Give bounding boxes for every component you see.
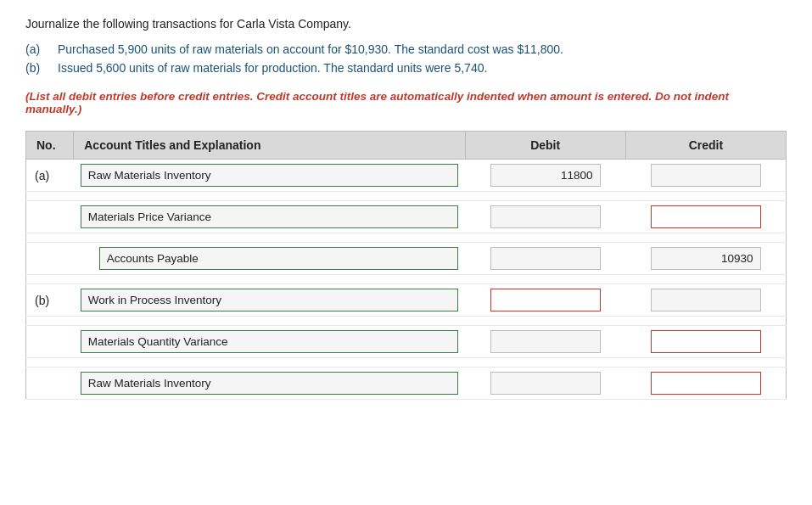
- table-row: [26, 326, 787, 358]
- account-title-input[interactable]: [81, 205, 458, 228]
- account-cell[interactable]: [74, 201, 465, 233]
- account-cell[interactable]: [74, 284, 465, 317]
- debit-input[interactable]: [490, 289, 601, 311]
- table-row: [26, 201, 787, 233]
- transaction-b-label: (b): [25, 61, 49, 75]
- account-cell[interactable]: [74, 368, 465, 400]
- account-cell[interactable]: [74, 160, 465, 192]
- credit-cell[interactable]: [625, 284, 786, 317]
- account-title-input[interactable]: [81, 330, 458, 353]
- row-number: [26, 368, 74, 400]
- row-number: [26, 326, 74, 358]
- debit-cell[interactable]: [465, 160, 625, 192]
- credit-cell[interactable]: [625, 368, 786, 400]
- transaction-a-text: Purchased 5,900 units of raw materials o…: [58, 42, 563, 56]
- debit-cell[interactable]: [465, 284, 625, 317]
- account-title-input[interactable]: [81, 164, 458, 187]
- account-title-input[interactable]: [81, 289, 458, 311]
- header-account: Account Titles and Explanation: [74, 132, 465, 160]
- table-row: (a): [26, 160, 787, 192]
- intro-title: Journalize the following transactions fo…: [25, 17, 787, 31]
- credit-input[interactable]: [651, 247, 761, 270]
- debit-input[interactable]: [490, 330, 601, 353]
- debit-cell[interactable]: [465, 326, 625, 358]
- account-title-input[interactable]: [81, 372, 458, 395]
- header-debit: Debit: [465, 132, 625, 160]
- table-header-row: No. Account Titles and Explanation Debit…: [26, 132, 787, 160]
- credit-input[interactable]: [651, 330, 761, 353]
- account-title-input[interactable]: [99, 247, 458, 270]
- debit-input[interactable]: [490, 164, 601, 187]
- instruction-text: (List all debit entries before credit en…: [25, 90, 787, 115]
- credit-cell[interactable]: [625, 326, 786, 358]
- transaction-b: (b) Issued 5,600 units of raw materials …: [25, 61, 787, 75]
- table-row: [26, 368, 787, 400]
- journal-table: No. Account Titles and Explanation Debit…: [25, 131, 787, 400]
- debit-cell[interactable]: [465, 368, 625, 400]
- credit-input[interactable]: [651, 205, 761, 228]
- row-number: (b): [26, 284, 74, 317]
- debit-cell[interactable]: [465, 243, 625, 275]
- header-no: No.: [26, 132, 74, 160]
- transaction-b-text: Issued 5,600 units of raw materials for …: [58, 61, 487, 75]
- credit-input[interactable]: [651, 289, 761, 311]
- header-credit: Credit: [625, 132, 786, 160]
- row-number: [26, 201, 74, 233]
- credit-input[interactable]: [651, 372, 761, 395]
- debit-cell[interactable]: [465, 201, 625, 233]
- transaction-a: (a) Purchased 5,900 units of raw materia…: [25, 42, 787, 56]
- account-cell[interactable]: [74, 326, 465, 358]
- credit-cell[interactable]: [625, 160, 786, 192]
- account-cell[interactable]: [74, 243, 465, 275]
- credit-cell[interactable]: [625, 243, 786, 275]
- debit-input[interactable]: [490, 247, 601, 270]
- debit-input[interactable]: [490, 205, 601, 228]
- credit-cell[interactable]: [625, 201, 786, 233]
- row-number: (a): [26, 160, 74, 192]
- credit-input[interactable]: [651, 164, 761, 187]
- row-number: [26, 243, 74, 275]
- transaction-a-label: (a): [25, 42, 49, 56]
- table-row: [26, 243, 787, 275]
- table-row: (b): [26, 284, 787, 317]
- debit-input[interactable]: [490, 372, 601, 395]
